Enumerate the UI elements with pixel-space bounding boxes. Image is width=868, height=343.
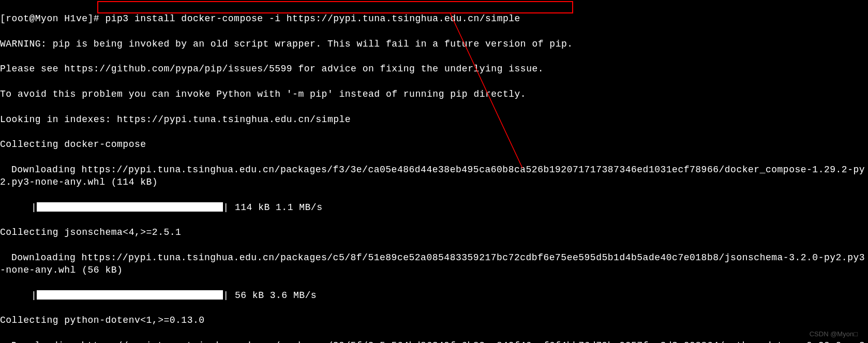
- progress-speed: 114 kB 1.1 MB/s: [229, 202, 323, 213]
- downloading-docker-compose: Downloading https://pypi.tuna.tsinghua.e…: [0, 163, 868, 189]
- progress-jsonschema: || 56 kB 3.6 MB/s: [0, 289, 868, 302]
- looking-indexes-line: Looking in indexes: https://pypi.tuna.ts…: [0, 113, 868, 126]
- prompt-prefix: [root@Myon H1ve]#: [0, 13, 105, 24]
- avoid-line: To avoid this problem you can invoke Pyt…: [0, 88, 868, 100]
- watermark: CSDN @Myon□: [810, 330, 858, 339]
- progress-bar: [37, 202, 223, 212]
- collecting-jsonschema: Collecting jsonschema<4,>=2.5.1: [0, 226, 868, 238]
- downloading-jsonschema: Downloading https://pypi.tuna.tsinghua.e…: [0, 251, 868, 277]
- progress-docker-compose: || 114 kB 1.1 MB/s: [0, 201, 868, 214]
- downloading-python-dotenv: Downloading https://pypi.tuna.tsinghua.e…: [0, 339, 868, 343]
- collecting-docker-compose: Collecting docker-compose: [0, 138, 868, 151]
- collecting-python-dotenv: Collecting python-dotenv<1,>=0.13.0: [0, 314, 868, 326]
- advice-line: Please see https://github.com/pypa/pip/i…: [0, 63, 868, 75]
- progress-speed: 56 kB 3.6 MB/s: [229, 290, 317, 301]
- prompt-line[interactable]: [root@Myon H1ve]# pip3 install docker-co…: [0, 12, 868, 25]
- warning-line: WARNING: pip is being invoked by an old …: [0, 38, 868, 50]
- terminal-output: [root@Myon H1ve]# pip3 install docker-co…: [0, 0, 868, 343]
- progress-bar: [37, 290, 223, 300]
- command-text: pip3 install docker-compose -i https://p…: [105, 13, 520, 24]
